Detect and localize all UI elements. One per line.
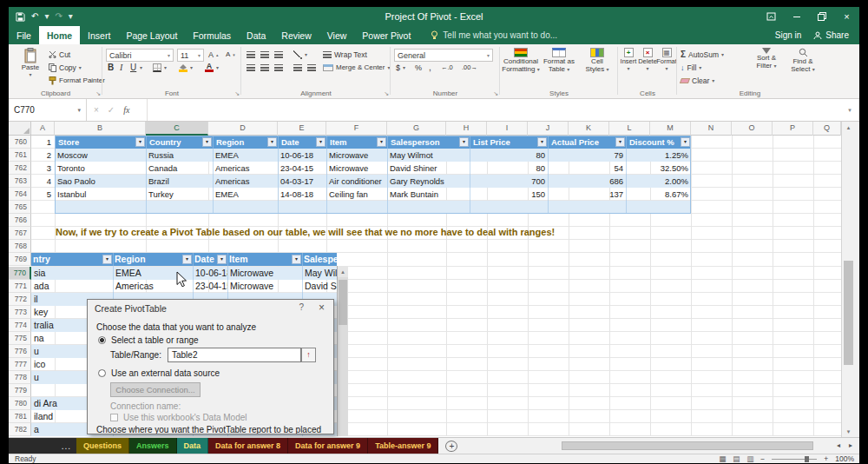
align-left-button[interactable] [247, 62, 255, 73]
table1-cell[interactable]: 8.67% [626, 188, 691, 201]
filter-dropdown-icon[interactable]: ▾ [377, 137, 386, 147]
table1-header-region[interactable]: Region▾ [213, 136, 278, 149]
table1-cell[interactable]: 04-03-17 [278, 175, 326, 188]
comma-style-button[interactable]: , [429, 62, 431, 73]
undo-icon[interactable]: ↶ [31, 7, 38, 26]
row-header-782[interactable]: 782 [9, 423, 31, 436]
page-layout-view-icon[interactable]: ▤ [733, 454, 740, 463]
qat-customize-icon[interactable]: ▾ [69, 7, 73, 26]
table1-cell[interactable] [146, 201, 213, 214]
table1-cell[interactable] [278, 201, 326, 214]
table2-header-date[interactable]: Date▾ [193, 253, 227, 266]
ribbon-tab-page-layout[interactable]: Page Layout [118, 26, 185, 44]
row-header-774[interactable]: 774 [9, 319, 31, 332]
alignment-dialog-launcher-icon[interactable]: ↘ [384, 90, 389, 96]
accounting-format-button[interactable]: $▾ [396, 62, 405, 73]
table1-cell[interactable]: Air conditioner [326, 175, 387, 188]
filter-dropdown-icon[interactable]: ▾ [135, 137, 145, 147]
scroll-right-icon[interactable]: ▸ [849, 441, 852, 449]
font-dialog-launcher-icon[interactable]: ↘ [234, 90, 240, 96]
filter-dropdown-icon[interactable]: ▾ [217, 255, 227, 264]
table1-cell[interactable]: Toronto [55, 162, 146, 175]
table-range-input[interactable]: Table2 [168, 348, 301, 362]
save-icon[interactable] [16, 12, 25, 22]
filter-dropdown-icon[interactable]: ▾ [267, 137, 277, 147]
copy-dropdown-icon[interactable]: ▾ [79, 64, 82, 70]
column-header-e[interactable]: E [278, 122, 326, 136]
overlay-scroll-up-icon[interactable]: ▴ [338, 266, 348, 277]
table1-cell[interactable]: 700 [470, 175, 548, 188]
table1-cell[interactable] [470, 201, 548, 214]
table1-cell[interactable]: Sao Paolo [55, 175, 146, 188]
select-table-radio[interactable]: Select a table or range [98, 335, 199, 345]
column-header-i[interactable]: I [487, 122, 528, 136]
horizontal-scrollbar[interactable]: ◂ ▸ [466, 438, 859, 454]
ribbon-tab-formulas[interactable]: Formulas [185, 26, 239, 44]
zoom-in-button[interactable]: + [824, 454, 828, 463]
increase-indent-button[interactable] [307, 62, 316, 73]
filter-dropdown-icon[interactable]: ▾ [316, 137, 326, 147]
fill-color-button[interactable]: ▾ [179, 62, 193, 73]
scroll-up-icon[interactable]: ▴ [842, 122, 855, 133]
table2-cell[interactable]: Microwave [227, 267, 302, 280]
table1-header-discount[interactable]: Discount %▾ [626, 136, 691, 149]
cut-button[interactable]: Cut [49, 49, 70, 60]
grow-font-button[interactable]: A▴ [208, 49, 219, 60]
table1-cell[interactable] [626, 201, 691, 214]
filter-dropdown-icon[interactable]: ▾ [182, 255, 192, 264]
align-right-button[interactable] [274, 62, 283, 73]
ribbon-tab-review[interactable]: Review [273, 26, 319, 44]
table1-cell[interactable]: 23-04-15 [278, 162, 326, 175]
name-box-dropdown-icon[interactable]: ▾ [77, 107, 81, 114]
row-header-777[interactable]: 777 [9, 358, 31, 371]
ribbon-tab-file[interactable]: File [9, 26, 39, 44]
vertical-scroll-thumb[interactable] [844, 261, 853, 365]
column-header-l[interactable]: L [609, 122, 650, 136]
ribbon-tab-home[interactable]: Home [39, 26, 80, 44]
table1-cell[interactable]: 79 [548, 149, 626, 162]
ribbon-tab-data[interactable]: Data [239, 26, 273, 44]
decrease-indent-button[interactable] [293, 62, 302, 73]
underline-dropdown-icon[interactable]: ▾ [140, 62, 142, 73]
zoom-out-button[interactable]: − [760, 454, 765, 463]
scroll-down-icon[interactable]: ▾ [842, 426, 855, 437]
filter-dropdown-icon[interactable]: ▾ [292, 255, 301, 264]
row-header-778[interactable]: 778 [9, 371, 31, 384]
dialog-close-icon[interactable]: × [319, 302, 325, 314]
table1-cell[interactable] [387, 201, 470, 214]
row-header-768[interactable]: 768 [9, 240, 31, 253]
table1-cell[interactable]: Russia [146, 149, 213, 162]
table1-cell[interactable]: 137 [548, 188, 626, 201]
paste-button[interactable]: Paste ▾ [16, 48, 45, 79]
row-header-772[interactable]: 772 [9, 293, 31, 306]
column-header-d[interactable]: D [208, 122, 278, 136]
close-button[interactable]: × [834, 7, 859, 26]
conditional-formatting-button[interactable]: Conditional Formatting ▾ [502, 48, 540, 74]
table1-header-store[interactable]: Store▾ [55, 136, 146, 149]
row-header-781[interactable]: 781 [9, 410, 31, 423]
table1-cell[interactable]: EMEA [213, 149, 278, 162]
align-center-button[interactable] [260, 62, 269, 73]
row-header-764[interactable]: 764 [9, 188, 31, 201]
overlay-scroll-thumb[interactable] [339, 280, 347, 325]
cancel-icon[interactable]: × [94, 105, 99, 115]
column-header-b[interactable]: B [55, 122, 146, 136]
zoom-slider[interactable] [772, 459, 817, 460]
column-header-g[interactable]: G [387, 122, 446, 136]
ribbon-tab-power-pivot[interactable]: Power Pivot [354, 26, 418, 44]
align-middle-button[interactable] [260, 49, 269, 60]
underline-button[interactable]: U [130, 62, 136, 73]
sheet-tab-data[interactable]: Data [177, 438, 209, 454]
table2-header-region[interactable]: Region▾ [113, 253, 193, 266]
row-header-760[interactable]: 760 [9, 136, 31, 149]
copy-button[interactable]: Copy ▾ [49, 62, 82, 73]
delete-cells-button[interactable]: × Delete ▾ [638, 48, 657, 73]
table1-header-country[interactable]: Country▾ [146, 136, 213, 149]
sheet-tab-data-for-answer-9[interactable]: Data for answer 9 [288, 438, 368, 454]
increase-decimal-button[interactable]: ←.0 [441, 62, 453, 73]
table1-cell[interactable]: 686 [548, 175, 626, 188]
table1-cell[interactable]: 2.00% [626, 175, 691, 188]
table2-cell[interactable]: Microwave [227, 280, 302, 293]
table1-cell[interactable]: Canada [146, 162, 213, 175]
table1-cell[interactable]: Turkey [146, 188, 213, 201]
